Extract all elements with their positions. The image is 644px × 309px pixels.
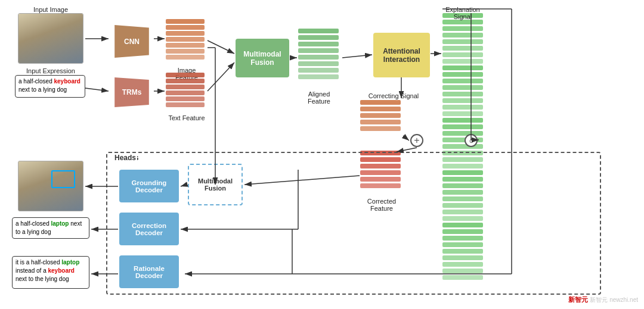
text-feature-label: Text Feature <box>166 114 208 121</box>
svg-rect-16 <box>298 48 339 53</box>
svg-rect-4 <box>166 43 205 48</box>
svg-rect-64 <box>360 113 401 118</box>
svg-line-80 <box>208 63 234 91</box>
correcting-signal-stack <box>360 100 403 136</box>
expression3-box: it is a half-closed laptop instead of a … <box>12 256 89 289</box>
svg-rect-15 <box>298 42 339 46</box>
svg-rect-33 <box>442 92 483 96</box>
watermark: 新智元 新智元 newzhi.net <box>568 295 638 304</box>
svg-rect-1 <box>166 25 205 30</box>
svg-rect-38 <box>442 124 483 129</box>
multimodal-fusion-box2: Multimodal Fusion <box>188 164 243 205</box>
svg-rect-13 <box>298 29 339 33</box>
svg-rect-36 <box>442 111 483 116</box>
text-feature-stack <box>166 73 208 111</box>
attentional-interaction-box: Attentional Interaction <box>373 33 430 77</box>
svg-rect-37 <box>442 118 483 123</box>
svg-rect-41 <box>442 144 483 149</box>
svg-rect-39 <box>442 131 483 136</box>
input-expression-label: Input Expression <box>18 67 83 74</box>
input-expression-box: a half-closed keyboard next to a lying d… <box>15 75 85 98</box>
svg-rect-23 <box>442 26 483 31</box>
svg-rect-11 <box>166 96 205 101</box>
svg-rect-24 <box>442 33 483 38</box>
svg-rect-8 <box>166 79 205 83</box>
svg-rect-3 <box>166 37 205 42</box>
svg-rect-0 <box>166 19 205 24</box>
svg-rect-28 <box>442 59 483 64</box>
svg-rect-31 <box>442 79 483 83</box>
multimodal-fusion-box: Multimodal Fusion <box>236 39 289 77</box>
aligned-feature-label: Aligned Feature <box>297 90 341 105</box>
image-feature-stack <box>166 19 208 64</box>
svg-rect-34 <box>442 98 483 103</box>
input-image-label: Input Image <box>18 6 83 13</box>
svg-rect-18 <box>298 61 339 66</box>
svg-rect-35 <box>442 105 483 110</box>
svg-rect-63 <box>360 107 401 111</box>
grounding-decoder-box: Grounding Decoder <box>119 170 179 202</box>
svg-rect-32 <box>442 85 483 90</box>
input-image-label2: Heads <box>113 154 137 162</box>
output-image <box>18 161 83 211</box>
aligned-feature-stack <box>298 29 341 88</box>
svg-rect-65 <box>360 120 401 124</box>
svg-rect-27 <box>442 52 483 57</box>
svg-rect-9 <box>166 85 205 89</box>
svg-line-79 <box>208 40 234 54</box>
svg-line-85 <box>403 136 409 141</box>
svg-rect-20 <box>298 74 339 79</box>
concat-symbol: c <box>465 134 478 147</box>
svg-line-76 <box>85 88 109 91</box>
svg-rect-26 <box>442 46 483 51</box>
outer-dashed-rect <box>106 152 601 295</box>
svg-rect-6 <box>166 55 205 60</box>
svg-rect-66 <box>360 126 401 131</box>
svg-rect-5 <box>166 49 205 54</box>
svg-rect-10 <box>166 90 205 95</box>
svg-rect-30 <box>442 72 483 77</box>
expression2-box: a half-closed laptop next to a lying dog <box>12 217 89 239</box>
svg-rect-25 <box>442 39 483 44</box>
svg-rect-12 <box>166 102 205 107</box>
svg-line-82 <box>342 55 372 58</box>
svg-rect-17 <box>298 55 339 60</box>
trms-box: TRMs <box>110 77 153 107</box>
svg-rect-62 <box>360 100 401 105</box>
correction-decoder-box: Correction Decoder <box>119 213 179 245</box>
svg-rect-22 <box>442 20 483 24</box>
svg-rect-19 <box>298 68 339 73</box>
plus-symbol: + <box>410 134 423 147</box>
svg-rect-14 <box>298 35 339 40</box>
explanation-signal-label: Explanation Signal <box>439 6 487 20</box>
input-image <box>18 13 83 64</box>
svg-rect-29 <box>442 65 483 70</box>
cnn-box: CNN <box>110 25 153 58</box>
diagram: Input Image Input Expression a half-clos… <box>0 0 644 309</box>
svg-rect-2 <box>166 31 205 36</box>
correcting-signal-label: Correcting Signal <box>364 92 423 99</box>
svg-rect-7 <box>166 73 205 77</box>
rationale-decoder-box: Rationale Decoder <box>119 255 179 288</box>
